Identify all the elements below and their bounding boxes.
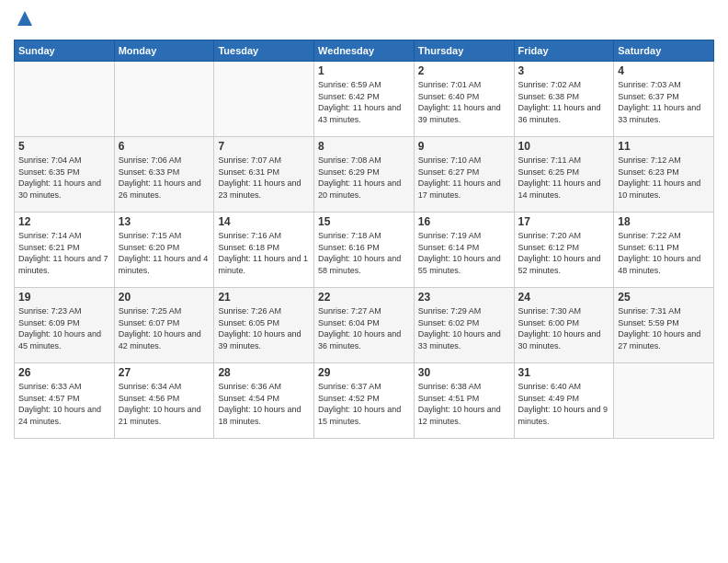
calendar-day-cell: 3Sunrise: 7:02 AM Sunset: 6:38 PM Daylig… bbox=[514, 62, 614, 137]
day-number: 1 bbox=[318, 64, 410, 77]
calendar-day-header: Saturday bbox=[614, 40, 714, 62]
day-info: Sunrise: 7:19 AM Sunset: 6:14 PM Dayligh… bbox=[418, 230, 510, 276]
day-number: 6 bbox=[119, 140, 210, 153]
calendar-day-cell bbox=[614, 363, 714, 439]
calendar-week-row: 5Sunrise: 7:04 AM Sunset: 6:35 PM Daylig… bbox=[15, 137, 714, 213]
calendar-day-cell: 28Sunrise: 6:36 AM Sunset: 4:54 PM Dayli… bbox=[214, 363, 314, 439]
svg-marker-0 bbox=[17, 11, 32, 26]
calendar-day-header: Friday bbox=[514, 40, 614, 62]
day-number: 21 bbox=[218, 291, 310, 304]
calendar-day-cell: 4Sunrise: 7:03 AM Sunset: 6:37 PM Daylig… bbox=[614, 62, 714, 137]
calendar-day-cell: 13Sunrise: 7:15 AM Sunset: 6:20 PM Dayli… bbox=[114, 213, 214, 288]
day-info: Sunrise: 7:06 AM Sunset: 6:33 PM Dayligh… bbox=[119, 155, 210, 201]
calendar-day-header: Sunday bbox=[15, 40, 115, 62]
day-number: 31 bbox=[518, 366, 610, 379]
calendar-day-cell: 31Sunrise: 6:40 AM Sunset: 4:49 PM Dayli… bbox=[514, 363, 614, 439]
calendar-day-cell: 20Sunrise: 7:25 AM Sunset: 6:07 PM Dayli… bbox=[114, 288, 214, 363]
day-info: Sunrise: 7:07 AM Sunset: 6:31 PM Dayligh… bbox=[218, 155, 310, 201]
calendar-week-row: 19Sunrise: 7:23 AM Sunset: 6:09 PM Dayli… bbox=[15, 288, 714, 363]
day-info: Sunrise: 6:59 AM Sunset: 6:42 PM Dayligh… bbox=[318, 79, 410, 125]
calendar-header-row: SundayMondayTuesdayWednesdayThursdayFrid… bbox=[15, 40, 714, 62]
calendar-day-cell: 29Sunrise: 6:37 AM Sunset: 4:52 PM Dayli… bbox=[314, 363, 415, 439]
day-number: 25 bbox=[618, 291, 710, 304]
day-number: 24 bbox=[518, 291, 610, 304]
day-info: Sunrise: 7:25 AM Sunset: 6:07 PM Dayligh… bbox=[119, 305, 210, 351]
day-number: 15 bbox=[318, 215, 410, 228]
calendar-week-row: 26Sunrise: 6:33 AM Sunset: 4:57 PM Dayli… bbox=[15, 363, 714, 439]
day-number: 22 bbox=[318, 291, 410, 304]
day-info: Sunrise: 6:40 AM Sunset: 4:49 PM Dayligh… bbox=[518, 381, 610, 427]
day-info: Sunrise: 7:08 AM Sunset: 6:29 PM Dayligh… bbox=[318, 155, 410, 201]
calendar-day-cell: 9Sunrise: 7:10 AM Sunset: 6:27 PM Daylig… bbox=[414, 137, 514, 213]
calendar-day-cell: 23Sunrise: 7:29 AM Sunset: 6:02 PM Dayli… bbox=[414, 288, 514, 363]
calendar-week-row: 1Sunrise: 6:59 AM Sunset: 6:42 PM Daylig… bbox=[15, 62, 714, 137]
header bbox=[14, 9, 714, 32]
day-info: Sunrise: 7:20 AM Sunset: 6:12 PM Dayligh… bbox=[518, 230, 610, 276]
day-number: 16 bbox=[418, 215, 510, 228]
day-number: 4 bbox=[618, 64, 710, 77]
calendar-day-cell: 24Sunrise: 7:30 AM Sunset: 6:00 PM Dayli… bbox=[514, 288, 614, 363]
day-number: 30 bbox=[418, 366, 510, 379]
calendar-week-row: 12Sunrise: 7:14 AM Sunset: 6:21 PM Dayli… bbox=[15, 213, 714, 288]
day-info: Sunrise: 7:16 AM Sunset: 6:18 PM Dayligh… bbox=[218, 230, 310, 276]
calendar-day-cell: 12Sunrise: 7:14 AM Sunset: 6:21 PM Dayli… bbox=[15, 213, 115, 288]
day-number: 8 bbox=[318, 140, 410, 153]
day-info: Sunrise: 7:22 AM Sunset: 6:11 PM Dayligh… bbox=[618, 230, 710, 276]
calendar-day-header: Wednesday bbox=[314, 40, 415, 62]
calendar-day-cell bbox=[114, 62, 214, 137]
day-info: Sunrise: 7:18 AM Sunset: 6:16 PM Dayligh… bbox=[318, 230, 410, 276]
day-info: Sunrise: 7:11 AM Sunset: 6:25 PM Dayligh… bbox=[518, 155, 610, 201]
calendar-day-cell bbox=[214, 62, 314, 137]
day-info: Sunrise: 7:26 AM Sunset: 6:05 PM Dayligh… bbox=[218, 305, 310, 351]
day-number: 19 bbox=[18, 291, 110, 304]
calendar-day-cell: 10Sunrise: 7:11 AM Sunset: 6:25 PM Dayli… bbox=[514, 137, 614, 213]
day-number: 2 bbox=[418, 64, 510, 77]
calendar-day-cell: 7Sunrise: 7:07 AM Sunset: 6:31 PM Daylig… bbox=[214, 137, 314, 213]
day-info: Sunrise: 7:02 AM Sunset: 6:38 PM Dayligh… bbox=[518, 79, 610, 125]
calendar-day-cell: 1Sunrise: 6:59 AM Sunset: 6:42 PM Daylig… bbox=[314, 62, 415, 137]
day-number: 11 bbox=[618, 140, 710, 153]
calendar-day-cell: 2Sunrise: 7:01 AM Sunset: 6:40 PM Daylig… bbox=[414, 62, 514, 137]
day-number: 7 bbox=[218, 140, 310, 153]
day-number: 27 bbox=[119, 366, 210, 379]
day-number: 28 bbox=[218, 366, 310, 379]
day-info: Sunrise: 7:14 AM Sunset: 6:21 PM Dayligh… bbox=[18, 230, 110, 276]
day-info: Sunrise: 7:23 AM Sunset: 6:09 PM Dayligh… bbox=[18, 305, 110, 351]
day-info: Sunrise: 6:33 AM Sunset: 4:57 PM Dayligh… bbox=[18, 381, 110, 427]
calendar-day-cell: 25Sunrise: 7:31 AM Sunset: 5:59 PM Dayli… bbox=[614, 288, 714, 363]
day-info: Sunrise: 7:27 AM Sunset: 6:04 PM Dayligh… bbox=[318, 305, 410, 351]
calendar-day-cell: 14Sunrise: 7:16 AM Sunset: 6:18 PM Dayli… bbox=[214, 213, 314, 288]
calendar-day-header: Thursday bbox=[414, 40, 514, 62]
day-number: 18 bbox=[618, 215, 710, 228]
day-number: 26 bbox=[18, 366, 110, 379]
day-number: 5 bbox=[18, 140, 110, 153]
calendar-day-cell: 26Sunrise: 6:33 AM Sunset: 4:57 PM Dayli… bbox=[15, 363, 115, 439]
calendar-day-cell: 21Sunrise: 7:26 AM Sunset: 6:05 PM Dayli… bbox=[214, 288, 314, 363]
calendar-table: SundayMondayTuesdayWednesdayThursdayFrid… bbox=[14, 40, 714, 439]
day-number: 20 bbox=[119, 291, 210, 304]
day-info: Sunrise: 7:01 AM Sunset: 6:40 PM Dayligh… bbox=[418, 79, 510, 125]
calendar-day-header: Tuesday bbox=[214, 40, 314, 62]
calendar-day-cell: 19Sunrise: 7:23 AM Sunset: 6:09 PM Dayli… bbox=[15, 288, 115, 363]
calendar-day-cell: 8Sunrise: 7:08 AM Sunset: 6:29 PM Daylig… bbox=[314, 137, 415, 213]
calendar-day-cell: 18Sunrise: 7:22 AM Sunset: 6:11 PM Dayli… bbox=[614, 213, 714, 288]
calendar-day-cell: 17Sunrise: 7:20 AM Sunset: 6:12 PM Dayli… bbox=[514, 213, 614, 288]
day-number: 23 bbox=[418, 291, 510, 304]
day-info: Sunrise: 7:30 AM Sunset: 6:00 PM Dayligh… bbox=[518, 305, 610, 351]
day-number: 9 bbox=[418, 140, 510, 153]
day-number: 29 bbox=[318, 366, 410, 379]
day-info: Sunrise: 6:36 AM Sunset: 4:54 PM Dayligh… bbox=[218, 381, 310, 427]
day-info: Sunrise: 7:29 AM Sunset: 6:02 PM Dayligh… bbox=[418, 305, 510, 351]
day-info: Sunrise: 6:38 AM Sunset: 4:51 PM Dayligh… bbox=[418, 381, 510, 427]
calendar-day-cell: 30Sunrise: 6:38 AM Sunset: 4:51 PM Dayli… bbox=[414, 363, 514, 439]
day-info: Sunrise: 7:12 AM Sunset: 6:23 PM Dayligh… bbox=[618, 155, 710, 201]
day-info: Sunrise: 7:04 AM Sunset: 6:35 PM Dayligh… bbox=[18, 155, 110, 201]
day-number: 12 bbox=[18, 215, 110, 228]
calendar-day-cell: 5Sunrise: 7:04 AM Sunset: 6:35 PM Daylig… bbox=[15, 137, 115, 213]
day-info: Sunrise: 6:37 AM Sunset: 4:52 PM Dayligh… bbox=[318, 381, 410, 427]
calendar-day-cell: 27Sunrise: 6:34 AM Sunset: 4:56 PM Dayli… bbox=[114, 363, 214, 439]
calendar-day-cell: 15Sunrise: 7:18 AM Sunset: 6:16 PM Dayli… bbox=[314, 213, 415, 288]
calendar-day-cell: 16Sunrise: 7:19 AM Sunset: 6:14 PM Dayli… bbox=[414, 213, 514, 288]
calendar-day-cell bbox=[15, 62, 115, 137]
day-number: 3 bbox=[518, 64, 610, 77]
